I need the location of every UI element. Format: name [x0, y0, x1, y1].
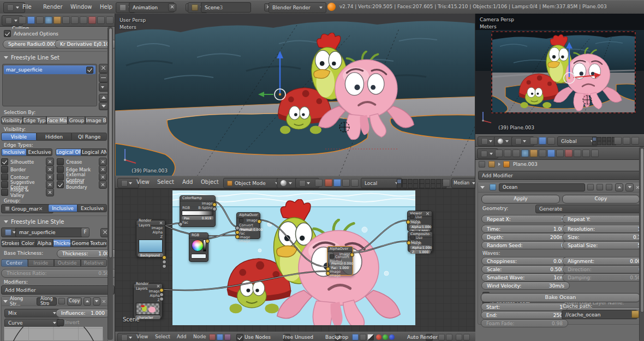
size-field[interactable]: Size:0.34	[562, 233, 644, 241]
parent-tree-icon[interactable]	[446, 334, 452, 340]
edge-exclusive-button[interactable]: Exclusive	[27, 148, 52, 156]
lineset-move-down-button[interactable]	[99, 102, 108, 110]
camera-snap-icon[interactable]	[614, 137, 622, 145]
rgb-swatch[interactable]	[191, 254, 206, 259]
node-colorramp[interactable]: ColorRamp Image RGBB-Spline Pos0.919 Fac	[180, 195, 216, 227]
modifier-copy-button[interactable]: Copy	[67, 297, 82, 306]
group-clear-icon[interactable]	[39, 207, 43, 211]
channel-b-icon[interactable]	[389, 334, 395, 340]
ao1-image1-socket[interactable]	[235, 230, 240, 235]
crease-exclude-button[interactable]	[99, 158, 107, 166]
ao1-image-out-socket[interactable]	[257, 219, 261, 224]
ramp-gradient-bar[interactable]	[182, 211, 213, 216]
rl2-close-icon[interactable]	[157, 284, 160, 288]
suggestive-contour-exclude-button[interactable]	[46, 181, 54, 189]
ridge-valley-exclude-button[interactable]	[46, 188, 54, 196]
lineset-item[interactable]: mar_superficie	[4, 65, 96, 74]
right-panel-scrollbar[interactable]	[639, 147, 644, 341]
viewport-3d[interactable]: User Persp Meters (39) Plane.003 View Se…	[115, 14, 475, 188]
repeat-x-field[interactable]: Repeat X:1	[481, 215, 570, 223]
ocean-name-field[interactable]: Ocean	[499, 183, 585, 192]
invert-checkbox[interactable]	[57, 319, 64, 326]
time-field[interactable]: Time:1.00	[481, 225, 570, 233]
backdrop-channel-alpha-icon[interactable]	[367, 334, 374, 340]
tab-color[interactable]: Color	[20, 239, 36, 247]
group-inclusive-button[interactable]: Inclusive	[48, 204, 77, 212]
resolution-field[interactable]: Resolution:15	[562, 225, 644, 233]
viewer-close-icon[interactable]	[426, 212, 430, 216]
geometry-dropdown[interactable]: Generate	[535, 205, 644, 213]
material-boundary-exclude-button[interactable]	[99, 181, 107, 189]
node-overlap-icon[interactable]	[463, 334, 470, 340]
position-center-button[interactable]: Center	[1, 259, 28, 267]
ocean-modifier-header[interactable]: Ocean	[478, 182, 642, 193]
ramp-image-socket[interactable]	[212, 202, 217, 207]
r-data-tab-icon[interactable]	[556, 149, 564, 157]
node-menu-add[interactable]: Add	[173, 332, 190, 341]
r-physics-tab-icon[interactable]	[591, 149, 599, 157]
scene-users-badge[interactable]: 3	[219, 5, 223, 10]
node-menu-node[interactable]: Node	[189, 332, 210, 341]
camera-manip-translate-icon[interactable]	[530, 137, 538, 145]
edit-mode-visibility-icon[interactable]	[606, 184, 612, 190]
external-contour-exclude-button[interactable]	[99, 173, 107, 181]
ao2-image-out-socket[interactable]	[350, 253, 354, 257]
start-field[interactable]: Start:1	[481, 303, 568, 311]
camera-canvas[interactable]	[475, 14, 644, 134]
menu-file[interactable]: File	[19, 1, 35, 13]
tab-strokes[interactable]: Strokes	[1, 239, 20, 247]
mapping-dropdown[interactable]: Curve	[4, 319, 60, 327]
linestyle-name-field[interactable]: mar_superficie	[15, 228, 87, 237]
modifier-header[interactable]: Along Str... Along Stro Copy	[2, 297, 108, 306]
composite-image-socket[interactable]	[407, 241, 411, 245]
thickness-ratio-slider[interactable]: Thickness Ratio:0.500	[1, 269, 118, 278]
channel-r-icon[interactable]	[376, 334, 381, 340]
fake-user-button[interactable]: F	[81, 228, 90, 237]
r-particles-tab-icon[interactable]	[582, 149, 590, 157]
selection-tab-group[interactable]: Group	[68, 116, 85, 124]
node-snap-icon[interactable]	[456, 334, 462, 340]
ocean-down-button[interactable]	[625, 183, 634, 192]
suggestive-contour-checkbox[interactable]	[1, 181, 8, 188]
viewport-visibility-icon[interactable]	[597, 184, 603, 190]
selection-tab-visibility[interactable]: Visibility	[1, 116, 23, 124]
right-scroll-thumb[interactable]	[640, 148, 644, 313]
border-exclude-button[interactable]	[46, 165, 54, 174]
menu-window[interactable]: Window	[67, 1, 96, 13]
external-contour-checkbox[interactable]	[57, 174, 64, 181]
manipulator-rotate-icon[interactable]	[333, 179, 341, 187]
damping-field[interactable]: Damping:0.500	[562, 273, 644, 282]
data-tab-icon[interactable]	[80, 16, 87, 24]
use-nodes-checkbox[interactable]	[236, 334, 243, 341]
node-menu-view[interactable]: View	[133, 332, 152, 341]
ao2-fac-field[interactable]: Fac:1.000	[329, 266, 351, 270]
node-composite[interactable]: Composite Use Alpha Image Alpha:1.000 Z:…	[408, 231, 433, 252]
ao2-image1-socket[interactable]	[326, 267, 330, 271]
modifier-down-button[interactable]	[93, 297, 100, 306]
camera-render-image-icon[interactable]	[631, 137, 639, 145]
ao1-image2-socket[interactable]	[235, 235, 240, 239]
world-tab-icon[interactable]	[45, 16, 52, 24]
rl2-z-socket[interactable]	[159, 297, 164, 301]
camera-manip-rotate-icon[interactable]	[539, 137, 546, 145]
node-alphaover-2-selected[interactable]: AlphaOver Image Convert Premul Premul:0.…	[327, 246, 353, 276]
camera-viewport[interactable]: Camera Persp Meters (39) Plane.003 Globa…	[475, 14, 644, 146]
silhouette-exclude-button[interactable]	[46, 158, 54, 166]
snap-magnet-icon[interactable]	[443, 179, 450, 187]
viewer-alpha-field[interactable]: Alpha:1.000	[409, 225, 430, 229]
spatial-size-field[interactable]: Spatial Size:50	[562, 241, 644, 249]
ao1-premul-field[interactable]: Premul:0.000	[238, 228, 258, 231]
rl1-z-socket[interactable]	[162, 264, 166, 268]
lineset-add-button[interactable]	[99, 64, 108, 73]
r-scene-tab-icon[interactable]	[512, 149, 520, 157]
viewport-menu-view[interactable]: View	[133, 176, 153, 188]
pin-icon[interactable]	[479, 161, 485, 167]
rl2-image-socket[interactable]	[159, 288, 164, 292]
render-layers-tab-icon[interactable]	[27, 16, 35, 24]
curve-widget-bottom[interactable]	[2, 327, 107, 341]
breadcrumb-object-name[interactable]: Plane.003	[513, 161, 538, 167]
cache-path-field[interactable]: //cache_ocean	[562, 310, 637, 319]
camera-layers-grid2[interactable]	[592, 141, 616, 145]
scene-tab-icon[interactable]	[36, 16, 44, 24]
shader-nodes-icon[interactable]	[209, 334, 216, 340]
